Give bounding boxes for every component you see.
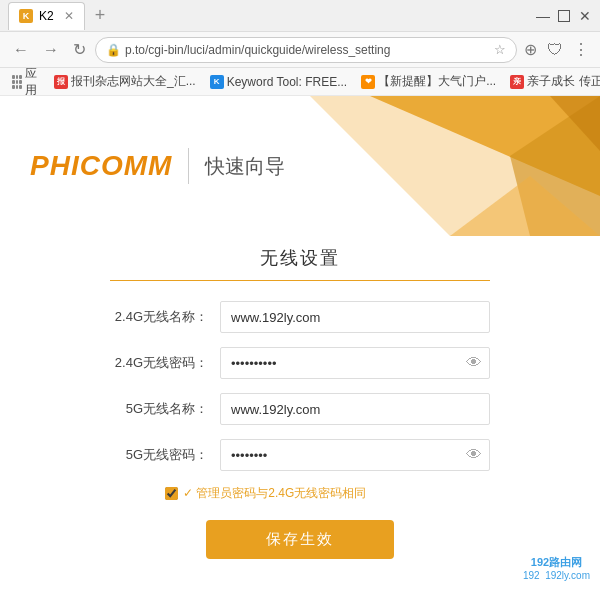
watermark-line2: 192 192ly.com <box>523 570 590 581</box>
apps-label: 应用 <box>25 68 41 96</box>
eye-icon-24g[interactable]: 👁 <box>466 354 482 372</box>
tab-favicon: K <box>19 9 33 23</box>
bookmark-favicon-1: 报 <box>54 75 68 89</box>
menu-icon[interactable]: ⋮ <box>570 38 592 61</box>
nav-right-icons: ⊕ 🛡 ⋮ <box>521 38 592 61</box>
form-title-line <box>110 280 490 281</box>
bookmark-item-4[interactable]: 亲 亲子成长 传正能量 <box>505 71 600 92</box>
watermark-line1: 192路由网 <box>531 555 582 570</box>
input-pwd-5g[interactable] <box>220 439 490 471</box>
tab-label: K2 <box>39 9 54 23</box>
browser-tab[interactable]: K K2 ✕ <box>8 2 85 30</box>
maximize-button[interactable] <box>558 10 570 22</box>
row-ssid-24g: 2.4G无线名称： <box>110 301 490 333</box>
security-icon: 🔒 <box>106 43 121 57</box>
label-pwd-5g: 5G无线密码： <box>110 446 220 464</box>
sync-pwd-checkbox[interactable] <box>165 487 178 500</box>
bookmark-favicon-3: ❤ <box>361 75 375 89</box>
bookmark-item-1[interactable]: 报 报刊杂志网站大全_汇... <box>49 71 201 92</box>
window-controls: — ✕ <box>536 9 592 23</box>
phicomm-logo: PHICOMM <box>30 150 172 182</box>
address-bar-icons: ☆ <box>494 42 506 57</box>
row-pwd-5g: 5G无线密码： 👁 <box>110 439 490 471</box>
bookmark-star-icon[interactable]: ☆ <box>494 42 506 57</box>
form-title: 无线设置 <box>260 246 340 270</box>
header-divider <box>188 148 189 184</box>
title-bar-left: K K2 ✕ + <box>8 2 105 30</box>
minimize-button[interactable]: — <box>536 9 550 23</box>
bookmark-item-2[interactable]: K Keyword Tool: FREE... <box>205 73 353 91</box>
watermark: 192路由网 192 192ly.com <box>523 555 590 581</box>
shield-icon[interactable]: 🛡 <box>544 39 566 61</box>
bookmark-favicon-4: 亲 <box>510 75 524 89</box>
page-content: PHICOMM 快速向导 无线设置 2.4G无线名称： 2.4G无线密码： 👁 … <box>0 96 600 589</box>
bookmark-favicon-2: K <box>210 75 224 89</box>
eye-icon-5g[interactable]: 👁 <box>466 446 482 464</box>
input-wrap-pwd-24g: 👁 <box>220 347 490 379</box>
header-subtitle: 快速向导 <box>205 153 285 180</box>
bookmarks-bar: 应用 报 报刊杂志网站大全_汇... K Keyword Tool: FREE.… <box>0 68 600 96</box>
row-ssid-5g: 5G无线名称： <box>110 393 490 425</box>
input-wrap-ssid-5g <box>220 393 490 425</box>
input-ssid-24g[interactable] <box>220 301 490 333</box>
save-button[interactable]: 保存生效 <box>206 520 394 559</box>
address-text: p.to/cgi-bin/luci/admin/quickguide/wirel… <box>125 43 490 57</box>
form-area: 无线设置 2.4G无线名称： 2.4G无线密码： 👁 5G无线名称： <box>0 236 600 579</box>
label-ssid-24g: 2.4G无线名称： <box>110 308 220 326</box>
input-pwd-24g[interactable] <box>220 347 490 379</box>
tab-close-btn[interactable]: ✕ <box>64 9 74 23</box>
sync-pwd-label: ✓ 管理员密码与2.4G无线密码相同 <box>183 485 366 502</box>
apps-grid-icon <box>12 75 22 89</box>
label-pwd-24g: 2.4G无线密码： <box>110 354 220 372</box>
new-tab-btn[interactable]: + <box>95 5 106 26</box>
close-button[interactable]: ✕ <box>578 9 592 23</box>
extensions-icon[interactable]: ⊕ <box>521 38 540 61</box>
input-ssid-5g[interactable] <box>220 393 490 425</box>
page-header: PHICOMM 快速向导 <box>0 96 600 236</box>
row-pwd-24g: 2.4G无线密码： 👁 <box>110 347 490 379</box>
title-bar: K K2 ✕ + — ✕ <box>0 0 600 32</box>
refresh-button[interactable]: ↻ <box>68 38 91 61</box>
forward-button[interactable]: → <box>38 39 64 61</box>
header-decoration <box>250 96 600 236</box>
label-ssid-5g: 5G无线名称： <box>110 400 220 418</box>
header-logo-area: PHICOMM 快速向导 <box>30 148 285 184</box>
address-bar[interactable]: 🔒 p.to/cgi-bin/luci/admin/quickguide/wir… <box>95 37 517 63</box>
nav-bar: ← → ↻ 🔒 p.to/cgi-bin/luci/admin/quickgui… <box>0 32 600 68</box>
checkbox-row: ✓ 管理员密码与2.4G无线密码相同 <box>165 485 545 502</box>
back-button[interactable]: ← <box>8 39 34 61</box>
input-wrap-ssid-24g <box>220 301 490 333</box>
apps-bookmark[interactable]: 应用 <box>8 68 45 96</box>
input-wrap-pwd-5g: 👁 <box>220 439 490 471</box>
bookmark-item-3[interactable]: ❤ 【新提醒】大气门户... <box>356 71 501 92</box>
